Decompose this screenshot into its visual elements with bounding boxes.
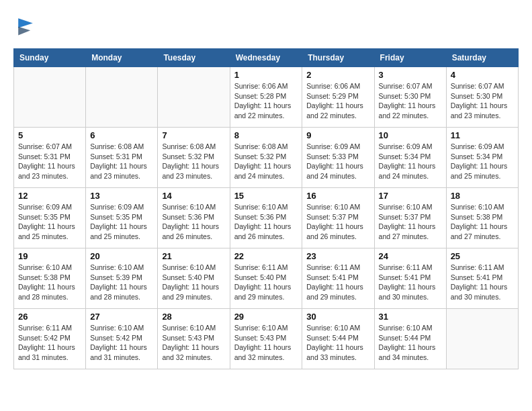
calendar-cell: 26Sunrise: 6:11 AM Sunset: 5:42 PM Dayli…	[14, 309, 86, 369]
day-number: 26	[18, 312, 81, 322]
day-info: Sunrise: 6:10 AM Sunset: 5:42 PM Dayligh…	[90, 323, 153, 363]
weekday-header-row: SundayMondayTuesdayWednesdayThursdayFrid…	[14, 49, 519, 67]
calendar-cell: 24Sunrise: 6:11 AM Sunset: 5:41 PM Dayli…	[374, 248, 446, 309]
day-number: 5	[18, 130, 81, 140]
calendar-cell: 8Sunrise: 6:08 AM Sunset: 5:32 PM Daylig…	[230, 128, 302, 188]
calendar-cell: 10Sunrise: 6:09 AM Sunset: 5:34 PM Dayli…	[374, 128, 446, 188]
calendar-cell: 21Sunrise: 6:10 AM Sunset: 5:40 PM Dayli…	[158, 248, 230, 309]
day-number: 31	[379, 312, 442, 322]
day-info: Sunrise: 6:09 AM Sunset: 5:35 PM Dayligh…	[18, 202, 81, 242]
calendar-cell	[86, 67, 158, 128]
day-info: Sunrise: 6:06 AM Sunset: 5:28 PM Dayligh…	[234, 81, 298, 121]
calendar-cell: 5Sunrise: 6:07 AM Sunset: 5:31 PM Daylig…	[14, 128, 86, 188]
day-number: 11	[451, 130, 514, 140]
day-number: 13	[90, 191, 153, 201]
day-info: Sunrise: 6:07 AM Sunset: 5:30 PM Dayligh…	[379, 81, 442, 121]
day-info: Sunrise: 6:10 AM Sunset: 5:36 PM Dayligh…	[162, 202, 225, 242]
week-row-2: 5Sunrise: 6:07 AM Sunset: 5:31 PM Daylig…	[14, 128, 519, 188]
day-info: Sunrise: 6:07 AM Sunset: 5:30 PM Dayligh…	[451, 81, 514, 121]
day-number: 30	[306, 312, 369, 322]
weekday-tuesday: Tuesday	[158, 49, 230, 67]
day-info: Sunrise: 6:11 AM Sunset: 5:41 PM Dayligh…	[451, 263, 514, 302]
weekday-friday: Friday	[374, 49, 446, 67]
calendar-cell: 30Sunrise: 6:10 AM Sunset: 5:44 PM Dayli…	[302, 309, 374, 369]
calendar-cell: 4Sunrise: 6:07 AM Sunset: 5:30 PM Daylig…	[446, 67, 518, 128]
day-number: 28	[162, 312, 225, 322]
calendar-cell: 22Sunrise: 6:11 AM Sunset: 5:40 PM Dayli…	[230, 248, 302, 309]
day-number: 25	[451, 251, 514, 261]
calendar-cell	[14, 67, 86, 128]
day-number: 7	[162, 130, 225, 140]
day-info: Sunrise: 6:11 AM Sunset: 5:41 PM Dayligh…	[306, 263, 369, 302]
calendar-cell: 6Sunrise: 6:08 AM Sunset: 5:31 PM Daylig…	[86, 128, 158, 188]
week-row-5: 26Sunrise: 6:11 AM Sunset: 5:42 PM Dayli…	[14, 309, 519, 369]
day-number: 2	[306, 70, 369, 80]
week-row-4: 19Sunrise: 6:10 AM Sunset: 5:38 PM Dayli…	[14, 248, 519, 309]
calendar-table: SundayMondayTuesdayWednesdayThursdayFrid…	[13, 48, 519, 369]
calendar-cell: 18Sunrise: 6:10 AM Sunset: 5:38 PM Dayli…	[446, 188, 518, 248]
day-info: Sunrise: 6:10 AM Sunset: 5:43 PM Dayligh…	[234, 323, 298, 363]
day-info: Sunrise: 6:10 AM Sunset: 5:37 PM Dayligh…	[379, 202, 442, 242]
weekday-sunday: Sunday	[14, 49, 86, 67]
day-info: Sunrise: 6:10 AM Sunset: 5:44 PM Dayligh…	[306, 323, 369, 363]
day-number: 17	[379, 191, 442, 201]
day-info: Sunrise: 6:08 AM Sunset: 5:32 PM Dayligh…	[234, 142, 298, 181]
day-info: Sunrise: 6:10 AM Sunset: 5:36 PM Dayligh…	[234, 202, 298, 242]
day-info: Sunrise: 6:10 AM Sunset: 5:43 PM Dayligh…	[162, 323, 225, 363]
calendar-cell: 2Sunrise: 6:06 AM Sunset: 5:29 PM Daylig…	[302, 67, 374, 128]
calendar-cell: 29Sunrise: 6:10 AM Sunset: 5:43 PM Dayli…	[230, 309, 302, 369]
weekday-thursday: Thursday	[302, 49, 374, 67]
day-number: 8	[234, 130, 298, 140]
day-number: 3	[379, 70, 442, 80]
logo	[13, 13, 42, 38]
day-info: Sunrise: 6:07 AM Sunset: 5:31 PM Dayligh…	[18, 142, 81, 181]
week-row-3: 12Sunrise: 6:09 AM Sunset: 5:35 PM Dayli…	[14, 188, 519, 248]
day-number: 20	[90, 251, 153, 261]
day-info: Sunrise: 6:10 AM Sunset: 5:40 PM Dayligh…	[162, 263, 225, 302]
day-info: Sunrise: 6:10 AM Sunset: 5:39 PM Dayligh…	[90, 263, 153, 302]
weekday-wednesday: Wednesday	[230, 49, 302, 67]
calendar-cell: 12Sunrise: 6:09 AM Sunset: 5:35 PM Dayli…	[14, 188, 86, 248]
day-info: Sunrise: 6:08 AM Sunset: 5:31 PM Dayligh…	[90, 142, 153, 181]
day-number: 10	[379, 130, 442, 140]
day-number: 14	[162, 191, 225, 201]
day-info: Sunrise: 6:09 AM Sunset: 5:33 PM Dayligh…	[306, 142, 369, 181]
day-number: 6	[90, 130, 153, 140]
calendar-cell: 3Sunrise: 6:07 AM Sunset: 5:30 PM Daylig…	[374, 67, 446, 128]
weekday-monday: Monday	[86, 49, 158, 67]
calendar-body: 1Sunrise: 6:06 AM Sunset: 5:28 PM Daylig…	[14, 67, 519, 369]
calendar-cell: 25Sunrise: 6:11 AM Sunset: 5:41 PM Dayli…	[446, 248, 518, 309]
calendar-cell	[446, 309, 518, 369]
day-info: Sunrise: 6:11 AM Sunset: 5:40 PM Dayligh…	[234, 263, 298, 302]
logo-icon	[13, 13, 38, 38]
day-info: Sunrise: 6:10 AM Sunset: 5:44 PM Dayligh…	[379, 323, 442, 363]
calendar-cell: 16Sunrise: 6:10 AM Sunset: 5:37 PM Dayli…	[302, 188, 374, 248]
weekday-saturday: Saturday	[446, 49, 518, 67]
day-info: Sunrise: 6:11 AM Sunset: 5:41 PM Dayligh…	[379, 263, 442, 302]
day-number: 23	[306, 251, 369, 261]
calendar-cell: 13Sunrise: 6:09 AM Sunset: 5:35 PM Dayli…	[86, 188, 158, 248]
day-number: 4	[451, 70, 514, 80]
calendar-cell: 11Sunrise: 6:09 AM Sunset: 5:34 PM Dayli…	[446, 128, 518, 188]
day-number: 15	[234, 191, 298, 201]
day-number: 29	[234, 312, 298, 322]
day-number: 16	[306, 191, 369, 201]
page-header	[13, 13, 519, 38]
week-row-1: 1Sunrise: 6:06 AM Sunset: 5:28 PM Daylig…	[14, 67, 519, 128]
day-number: 19	[18, 251, 81, 261]
calendar-cell: 28Sunrise: 6:10 AM Sunset: 5:43 PM Dayli…	[158, 309, 230, 369]
day-info: Sunrise: 6:10 AM Sunset: 5:38 PM Dayligh…	[451, 202, 514, 242]
calendar-cell: 23Sunrise: 6:11 AM Sunset: 5:41 PM Dayli…	[302, 248, 374, 309]
calendar-cell: 1Sunrise: 6:06 AM Sunset: 5:28 PM Daylig…	[230, 67, 302, 128]
day-number: 22	[234, 251, 298, 261]
day-info: Sunrise: 6:10 AM Sunset: 5:38 PM Dayligh…	[18, 263, 81, 302]
day-info: Sunrise: 6:09 AM Sunset: 5:35 PM Dayligh…	[90, 202, 153, 242]
day-number: 21	[162, 251, 225, 261]
day-number: 1	[234, 70, 298, 80]
calendar-cell: 9Sunrise: 6:09 AM Sunset: 5:33 PM Daylig…	[302, 128, 374, 188]
day-info: Sunrise: 6:06 AM Sunset: 5:29 PM Dayligh…	[306, 81, 369, 121]
calendar-cell: 31Sunrise: 6:10 AM Sunset: 5:44 PM Dayli…	[374, 309, 446, 369]
day-info: Sunrise: 6:08 AM Sunset: 5:32 PM Dayligh…	[162, 142, 225, 181]
day-info: Sunrise: 6:09 AM Sunset: 5:34 PM Dayligh…	[451, 142, 514, 181]
calendar-cell: 15Sunrise: 6:10 AM Sunset: 5:36 PM Dayli…	[230, 188, 302, 248]
